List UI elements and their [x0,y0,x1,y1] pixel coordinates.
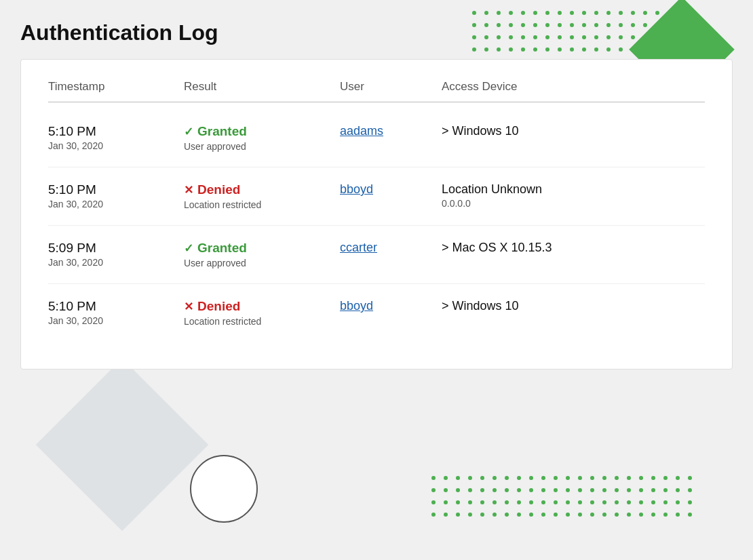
device-ip: 0.0.0.0 [442,198,705,209]
user-link[interactable]: ccarter [340,241,442,255]
svg-point-104 [602,476,606,480]
table-row: 5:10 PM Jan 30, 2020 ✓ Granted User appr… [48,109,705,167]
time-date: Jan 30, 2020 [48,257,184,268]
time-main: 5:10 PM [48,299,184,314]
svg-point-155 [688,500,692,504]
svg-point-177 [688,513,692,517]
svg-point-171 [615,513,619,517]
svg-point-110 [676,476,680,480]
svg-point-7 [558,11,562,15]
page-title: Authentication Log [20,20,733,45]
user-link[interactable]: bboyd [340,299,442,313]
svg-point-9 [582,11,586,15]
result-cell: ✕ Denied Location restricted [184,299,340,327]
svg-point-96 [505,476,509,480]
svg-point-62 [570,47,574,52]
svg-point-101 [566,476,570,480]
svg-point-130 [651,488,655,492]
svg-point-118 [505,488,509,492]
svg-point-113 [444,488,448,492]
svg-point-6 [545,11,549,15]
timestamp-cell: 5:10 PM Jan 30, 2020 [48,299,184,326]
svg-point-95 [493,476,497,480]
time-main: 5:10 PM [48,124,184,139]
svg-point-168 [578,513,582,517]
user-link[interactable]: bboyd [340,182,442,197]
svg-point-174 [651,513,655,517]
svg-point-172 [627,513,631,517]
svg-point-99 [541,476,545,480]
svg-point-5 [533,11,537,15]
result-sub: User approved [184,258,340,268]
svg-point-145 [566,500,570,504]
svg-point-144 [554,500,558,504]
svg-point-166 [554,513,558,517]
svg-point-164 [529,513,533,517]
dot-grid-bottom-decoration [427,472,719,533]
svg-point-10 [594,11,598,15]
svg-point-65 [606,47,611,52]
svg-point-139 [493,500,497,504]
device-cell: > Mac OS X 10.15.3 [442,241,705,255]
result-sub: Location restricted [184,199,340,210]
svg-point-173 [639,513,643,517]
page-wrapper: // rendered via JS below Authentication … [0,0,753,560]
svg-point-159 [468,513,472,517]
table-header: Timestamp Result User Access Device [48,80,705,102]
svg-point-90 [431,476,436,480]
svg-point-147 [590,500,594,504]
time-date: Jan 30, 2020 [48,315,184,326]
diamond-grey-decoration [36,359,209,532]
svg-point-169 [590,513,594,517]
svg-point-1 [484,11,488,15]
time-date: Jan 30, 2020 [48,199,184,209]
svg-point-12 [619,11,623,15]
result-cell: ✕ Denied Location restricted [184,182,340,210]
col-header-timestamp: Timestamp [48,80,184,94]
svg-point-146 [578,500,582,504]
svg-point-158 [456,513,460,517]
svg-point-135 [444,500,448,504]
timestamp-cell: 5:10 PM Jan 30, 2020 [48,182,184,209]
result-label: ✓ Granted [184,124,340,139]
svg-point-167 [566,513,570,517]
svg-point-58 [521,47,525,52]
check-icon: ✓ [184,241,193,256]
svg-point-136 [456,500,460,504]
svg-point-64 [594,47,598,52]
x-icon: ✕ [184,183,193,197]
svg-point-122 [554,488,558,492]
svg-point-143 [541,500,545,504]
svg-point-4 [521,11,525,15]
svg-point-106 [627,476,631,480]
time-main: 5:09 PM [48,241,184,256]
result-cell: ✓ Granted User approved [184,241,340,268]
svg-point-105 [615,476,619,480]
svg-point-111 [688,476,692,480]
x-icon: ✕ [184,300,193,314]
svg-point-153 [663,500,668,504]
svg-point-55 [484,47,488,52]
timestamp-cell: 5:09 PM Jan 30, 2020 [48,241,184,268]
device-name: > Windows 10 [442,299,705,313]
svg-point-0 [472,11,476,15]
svg-point-120 [529,488,533,492]
svg-point-97 [517,476,521,480]
svg-point-56 [497,47,501,52]
svg-point-121 [541,488,545,492]
device-cell: > Windows 10 [442,124,705,138]
device-cell: Location Unknown 0.0.0.0 [442,182,705,209]
svg-point-107 [639,476,643,480]
svg-point-137 [468,500,472,504]
svg-point-123 [566,488,570,492]
svg-point-117 [493,488,497,492]
svg-point-132 [676,488,680,492]
user-link[interactable]: aadams [340,124,442,138]
result-sub: User approved [184,141,340,152]
device-name: > Mac OS X 10.15.3 [442,241,705,255]
svg-point-94 [480,476,484,480]
svg-point-129 [639,488,643,492]
svg-point-128 [627,488,631,492]
auth-log-table-card: Timestamp Result User Access Device 5:10… [20,59,733,369]
svg-point-138 [480,500,484,504]
